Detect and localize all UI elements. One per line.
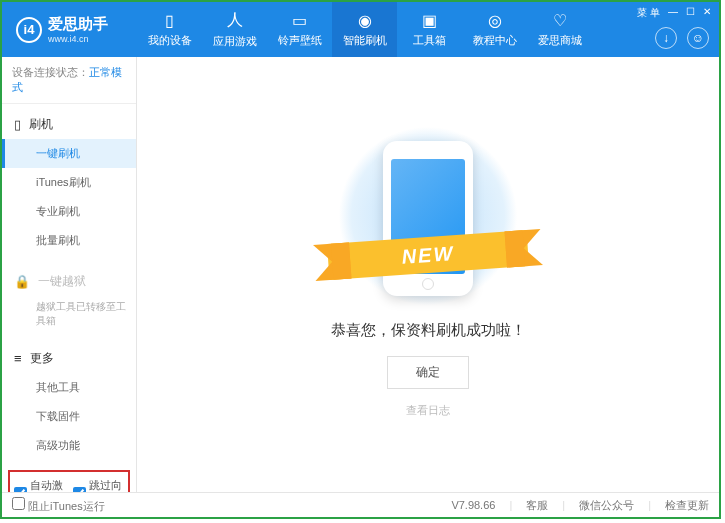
nav-store[interactable]: ♡爱思商城 (527, 2, 592, 57)
main-content: NEW 恭喜您，保资料刷机成功啦！ 确定 查看日志 (137, 57, 719, 492)
close-icon[interactable]: ✕ (703, 6, 711, 20)
nav-ringtones[interactable]: ▭铃声壁纸 (267, 2, 332, 57)
nav-toolbox[interactable]: ▣工具箱 (397, 2, 462, 57)
auto-activate-checkbox[interactable]: 自动激活 (14, 478, 65, 492)
sidebar-item-other[interactable]: 其他工具 (2, 373, 136, 402)
app-name: 爱思助手 (48, 15, 108, 34)
sidebar-item-itunes[interactable]: iTunes刷机 (2, 168, 136, 197)
skip-guide-checkbox[interactable]: 跳过向导 (73, 478, 124, 492)
nav-tutorials[interactable]: ◎教程中心 (462, 2, 527, 57)
minimize-icon[interactable]: — (668, 6, 678, 20)
wallpaper-icon: ▭ (292, 11, 307, 30)
cart-icon: ♡ (553, 11, 567, 30)
section-jailbreak: 🔒一键越狱 (2, 267, 136, 296)
connection-status: 设备连接状态：正常模式 (2, 57, 136, 104)
version-label: V7.98.66 (451, 499, 495, 511)
section-flash[interactable]: ▯刷机 (2, 110, 136, 139)
logo: i4 爱思助手 www.i4.cn (2, 15, 137, 44)
wechat-link[interactable]: 微信公众号 (579, 498, 634, 513)
jailbreak-note: 越狱工具已转移至工具箱 (2, 296, 136, 332)
nav-apps[interactable]: 人应用游戏 (202, 2, 267, 57)
download-icon[interactable]: ↓ (655, 27, 677, 49)
options-box: 自动激活 跳过向导 (8, 470, 130, 492)
toolbox-icon: ▣ (422, 11, 437, 30)
phone-icon: ▯ (14, 117, 21, 132)
sidebar: 设备连接状态：正常模式 ▯刷机 一键刷机 iTunes刷机 专业刷机 批量刷机 … (2, 57, 137, 492)
flash-icon: ◉ (358, 11, 372, 30)
service-link[interactable]: 客服 (526, 498, 548, 513)
view-log-link[interactable]: 查看日志 (406, 403, 450, 418)
app-url: www.i4.cn (48, 34, 108, 44)
section-more[interactable]: ≡更多 (2, 344, 136, 373)
sidebar-item-oneclick[interactable]: 一键刷机 (2, 139, 136, 168)
menu-button[interactable]: 菜 单 (637, 6, 660, 20)
lock-icon: 🔒 (14, 274, 30, 289)
maximize-icon[interactable]: ☐ (686, 6, 695, 20)
success-illustration: NEW (353, 131, 503, 301)
user-icon[interactable]: ☺ (687, 27, 709, 49)
nav: ▯我的设备 人应用游戏 ▭铃声壁纸 ◉智能刷机 ▣工具箱 ◎教程中心 ♡爱思商城 (137, 2, 592, 57)
ok-button[interactable]: 确定 (387, 356, 469, 389)
update-link[interactable]: 检查更新 (665, 498, 709, 513)
logo-icon: i4 (16, 17, 42, 43)
apps-icon: 人 (227, 10, 243, 31)
nav-flash[interactable]: ◉智能刷机 (332, 2, 397, 57)
sidebar-item-batch[interactable]: 批量刷机 (2, 226, 136, 255)
statusbar: 阻止iTunes运行 V7.98.66 | 客服 | 微信公众号 | 检查更新 (2, 492, 719, 517)
nav-my-device[interactable]: ▯我的设备 (137, 2, 202, 57)
title-right-icons: ↓ ☺ (655, 27, 709, 49)
success-message: 恭喜您，保资料刷机成功啦！ (331, 321, 526, 340)
window-controls: 菜 单 — ☐ ✕ (629, 2, 719, 24)
menu-icon: ≡ (14, 351, 22, 366)
book-icon: ◎ (488, 11, 502, 30)
block-itunes-checkbox[interactable]: 阻止iTunes运行 (12, 497, 105, 514)
sidebar-item-advanced[interactable]: 高级功能 (2, 431, 136, 460)
sidebar-item-firmware[interactable]: 下载固件 (2, 402, 136, 431)
sidebar-item-pro[interactable]: 专业刷机 (2, 197, 136, 226)
phone-icon: ▯ (165, 11, 174, 30)
titlebar: i4 爱思助手 www.i4.cn ▯我的设备 人应用游戏 ▭铃声壁纸 ◉智能刷… (2, 2, 719, 57)
